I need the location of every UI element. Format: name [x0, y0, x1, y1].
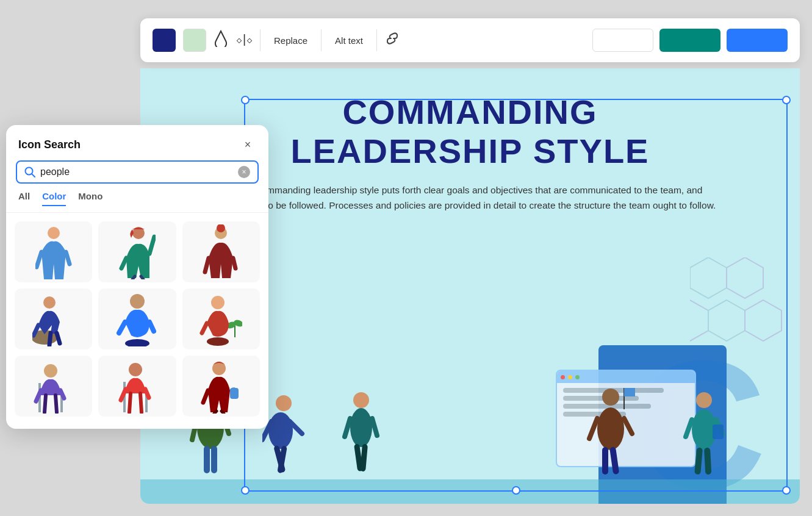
svg-rect-16: [211, 446, 217, 473]
svg-point-76: [207, 337, 229, 346]
svg-line-52: [66, 252, 70, 264]
svg-line-51: [37, 252, 41, 267]
toolbar: ⬦|⬦ Replace Alt text: [140, 18, 800, 62]
panel-title: Icon Search: [18, 138, 81, 151]
icon-cell-9[interactable]: [182, 356, 260, 417]
svg-point-22: [268, 412, 293, 449]
svg-point-70: [125, 339, 149, 346]
svg-line-75: [202, 323, 207, 333]
svg-line-54: [149, 237, 154, 254]
blue-swatch[interactable]: [727, 29, 788, 52]
droplet-icon[interactable]: [214, 30, 228, 51]
toolbar-separator-2: [321, 29, 322, 51]
svg-line-96: [203, 390, 208, 403]
svg-line-38: [624, 418, 632, 434]
teal-swatch[interactable]: [659, 29, 720, 52]
icon-cell-8[interactable]: [98, 356, 176, 417]
icon-cell-7[interactable]: [15, 356, 92, 417]
svg-line-85: [56, 395, 57, 412]
svg-line-56: [132, 276, 135, 279]
svg-line-60: [205, 258, 209, 272]
svg-rect-37: [624, 388, 635, 396]
svg-line-35: [589, 418, 597, 439]
svg-line-43: [686, 420, 692, 437]
search-icon: [24, 167, 35, 177]
icon-cell-4[interactable]: [15, 288, 92, 349]
svg-line-57: [141, 276, 143, 279]
svg-line-66: [57, 333, 60, 343]
replace-button[interactable]: Replace: [268, 32, 314, 49]
filter-tab-all[interactable]: All: [18, 191, 30, 206]
svg-marker-8: [690, 257, 727, 298]
svg-rect-15: [204, 446, 210, 473]
svg-point-28: [350, 408, 372, 447]
icon-cell-5[interactable]: [98, 288, 176, 349]
icon-cell-1[interactable]: [15, 221, 92, 282]
svg-point-67: [130, 294, 145, 309]
svg-line-94: [140, 393, 142, 412]
icon-cell-3[interactable]: [182, 221, 260, 282]
svg-line-55: [121, 258, 126, 268]
svg-line-29: [345, 418, 350, 437]
filter-tab-color[interactable]: Color: [42, 191, 66, 206]
svg-point-90: [129, 363, 142, 376]
svg-point-33: [602, 389, 619, 406]
svg-text:⬦|⬦: ⬦|⬦: [235, 32, 253, 46]
svg-line-68: [119, 322, 125, 333]
toolbar-separator-3: [376, 29, 377, 51]
filter-tabs: All Color Mono: [6, 191, 268, 213]
svg-marker-9: [727, 257, 763, 298]
svg-point-21: [276, 395, 292, 411]
toolbar-separator-1: [260, 29, 260, 51]
search-clear-button[interactable]: ×: [238, 166, 250, 178]
svg-rect-40: [609, 446, 619, 475]
svg-point-81: [44, 364, 57, 378]
icon-cell-6[interactable]: [182, 288, 260, 349]
icon-cell-2[interactable]: [98, 221, 176, 282]
search-input[interactable]: [40, 167, 233, 177]
panel-close-button[interactable]: ×: [239, 136, 256, 153]
svg-line-65: [49, 333, 51, 345]
svg-rect-45: [694, 448, 703, 475]
svg-point-50: [48, 227, 60, 239]
svg-line-61: [233, 258, 235, 268]
alt-text-button[interactable]: Alt text: [329, 32, 369, 49]
svg-rect-47: [713, 425, 724, 439]
filter-tab-mono[interactable]: Mono: [78, 191, 102, 206]
panel-header: Icon Search ×: [6, 125, 268, 160]
color-swatch-light[interactable]: [183, 29, 206, 52]
svg-line-49: [32, 174, 35, 177]
icon-grid: [6, 213, 268, 429]
svg-line-30: [372, 418, 377, 435]
svg-line-84: [45, 395, 46, 412]
svg-rect-39: [602, 447, 608, 475]
color-swatch-dark[interactable]: [153, 29, 176, 52]
icon-search-panel: Icon Search × × All Color Mono: [6, 125, 268, 429]
svg-point-34: [597, 407, 624, 450]
svg-point-27: [353, 392, 369, 408]
svg-line-69: [149, 322, 154, 331]
mirror-icon[interactable]: ⬦|⬦: [235, 31, 253, 49]
svg-line-100: [214, 411, 217, 414]
svg-line-93: [129, 393, 131, 412]
svg-line-101: [221, 411, 224, 414]
svg-point-63: [43, 296, 56, 309]
color-input-field[interactable]: [592, 29, 653, 52]
svg-point-41: [696, 392, 712, 408]
svg-rect-46: [704, 448, 711, 475]
svg-rect-32: [360, 444, 368, 472]
right-swatches: [592, 29, 788, 52]
svg-point-74: [211, 296, 225, 309]
search-bar: ×: [16, 160, 259, 184]
link-icon[interactable]: [384, 32, 400, 48]
